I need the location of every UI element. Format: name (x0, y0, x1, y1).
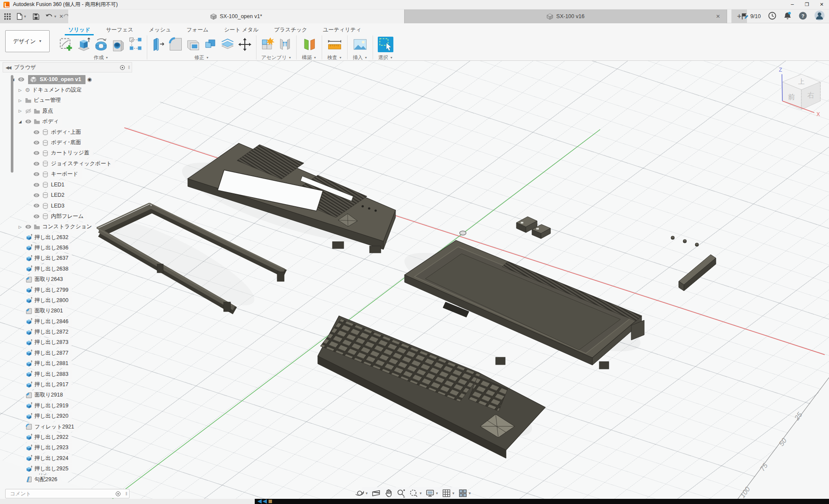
timeline-feature-row[interactable]: 押し出し2881 (3, 359, 132, 369)
shell-icon[interactable] (184, 35, 202, 54)
comment-grip[interactable]: ‖ (125, 491, 127, 496)
pan-icon[interactable] (383, 488, 394, 498)
tree-node-view-management[interactable]: ▷ ビュー管理 (3, 95, 132, 106)
construction-plane-icon[interactable] (299, 35, 319, 54)
timeline-feature-row[interactable]: 押し出し2877 (3, 348, 132, 358)
group-label-create[interactable]: 作成▼ (94, 54, 108, 60)
tree-body-row[interactable]: ボディ･底面 (3, 137, 132, 148)
timeline-feature-row[interactable]: 押し出し2917 (3, 379, 132, 390)
visibility-eye-icon[interactable] (33, 192, 40, 198)
file-new-icon[interactable]: ▼ (17, 13, 27, 20)
timeline-feature-row[interactable]: 押し出し2637 (3, 253, 132, 264)
pattern-icon[interactable] (127, 35, 144, 54)
ribbon-tab[interactable]: フォーム (179, 25, 216, 35)
visibility-eye-icon[interactable] (18, 76, 25, 83)
tree-node-origin[interactable]: ▷ 原点 (3, 106, 132, 116)
move-icon[interactable] (236, 35, 253, 54)
timeline-strip[interactable] (0, 499, 255, 504)
new-component-icon[interactable] (259, 35, 276, 54)
view-cube[interactable]: 上 前 右 Z X (769, 64, 829, 121)
timeline-feature-row[interactable]: 押し出し2846 (3, 316, 132, 327)
close-button[interactable]: ✕ (814, 0, 829, 9)
group-label-inspect[interactable]: 検査▼ (327, 54, 342, 60)
timeline-feature-row[interactable]: 押し出し2800 (3, 295, 132, 306)
expand-icon[interactable]: ▷ (16, 225, 24, 229)
group-label-construct[interactable]: 構築▼ (302, 54, 316, 60)
avatar[interactable] (814, 10, 825, 22)
document-tab-active[interactable]: SX-100_open v1* ✕ (68, 9, 404, 23)
expand-icon[interactable]: ▷ (16, 88, 24, 92)
tree-body-row[interactable]: LED2 (3, 190, 132, 200)
grid-settings-icon[interactable]: ▼ (441, 488, 456, 498)
activate-component-radio[interactable]: ◉ (85, 75, 93, 84)
undo-icon[interactable]: ▼ (45, 13, 57, 19)
expand-icon[interactable]: ▷ (16, 109, 24, 113)
visibility-eye-off-icon[interactable] (25, 108, 32, 114)
timeline-feature-row[interactable]: 押し出し2873 (3, 337, 132, 348)
tree-body-row[interactable]: LED3 (3, 201, 132, 211)
fillet-icon[interactable] (167, 35, 184, 54)
timeline-feature-row[interactable]: 押し出し2924 (3, 453, 132, 463)
save-icon[interactable] (33, 13, 39, 20)
ribbon-tab[interactable]: シート メタル (216, 25, 266, 35)
group-label-modify[interactable]: 修正▼ (194, 54, 209, 60)
joint-icon[interactable] (276, 35, 294, 54)
notifications-bell-icon[interactable] (784, 12, 791, 22)
timeline-feature-row[interactable]: 押し出し2872 (3, 327, 132, 337)
timeline-feature-row[interactable]: 押し出し2922 (3, 432, 132, 442)
app-grid-icon[interactable] (4, 13, 11, 20)
viewports-icon[interactable]: ▼ (457, 488, 472, 498)
tree-body-row[interactable]: 内部フレーム (3, 211, 132, 221)
visibility-eye-icon[interactable] (33, 129, 40, 135)
document-tab-inactive[interactable]: SX-100 v16 ✕ (404, 9, 727, 23)
display-settings-icon[interactable]: ▼ (424, 488, 440, 498)
browser-header[interactable]: ◀◀ ブラウザ ‖ (3, 62, 132, 72)
timeline-feature-row[interactable]: 押し出し2920 (3, 411, 132, 422)
timeline-feature-row[interactable]: 面取り2801 (3, 306, 132, 316)
tree-body-row[interactable]: カートリッジ蓋 (3, 148, 132, 158)
help-icon[interactable]: ? (799, 12, 807, 22)
timeline-feature-row[interactable]: フィレット2921 (3, 422, 132, 432)
group-label-insert[interactable]: 挿入▼ (353, 54, 367, 60)
minimize-button[interactable]: ─ (785, 0, 800, 9)
browser-scrollbar[interactable] (11, 75, 13, 173)
clock-icon[interactable] (768, 12, 776, 22)
press-pull-icon[interactable] (150, 35, 167, 54)
maximize-button[interactable]: ❐ (800, 0, 814, 9)
tab-close-icon[interactable]: ✕ (715, 13, 721, 20)
collapse-panel-icon[interactable]: ◀◀ (6, 65, 10, 70)
orbit-icon[interactable]: ▼ (354, 488, 369, 498)
root-component[interactable]: SX-100_open v1 (28, 75, 85, 84)
timeline-feature-row[interactable]: 押し出し2636 (3, 243, 132, 253)
tree-body-row[interactable]: ボディ･上面 (3, 127, 132, 137)
visibility-eye-icon[interactable] (25, 224, 32, 230)
visibility-eye-icon[interactable] (33, 171, 40, 177)
panel-options-icon[interactable] (120, 65, 125, 70)
timeline-playhead[interactable] (257, 499, 276, 504)
tab-close-icon[interactable]: ✕ (58, 13, 65, 20)
visibility-eye-icon[interactable] (33, 182, 40, 188)
tree-node-construction[interactable]: ▷ コンストラクション (3, 221, 132, 232)
add-comment-icon[interactable] (116, 491, 120, 496)
group-label-assemble[interactable]: アセンブリ▼ (261, 54, 291, 60)
revolve-icon[interactable] (92, 35, 110, 54)
extrude-icon[interactable] (75, 35, 92, 54)
timeline-feature-row[interactable]: 押し出し2638 (3, 264, 132, 274)
split-icon[interactable] (219, 35, 236, 54)
tree-body-row[interactable]: ジョイスティックポート (3, 158, 132, 169)
group-label-select[interactable]: 選択▼ (378, 54, 393, 60)
ribbon-tab[interactable]: ソリッド (60, 25, 98, 35)
workspace-selector[interactable]: デザイン▼ (5, 30, 50, 52)
ribbon-tab[interactable]: メッシュ (141, 25, 179, 35)
visibility-eye-icon[interactable] (33, 161, 40, 167)
combine-icon[interactable] (202, 35, 219, 54)
visibility-eye-icon[interactable] (33, 139, 40, 146)
timeline-feature-row[interactable]: 押し出し2632 (3, 232, 132, 243)
tree-body-row[interactable]: LED1 (3, 180, 132, 190)
look-at-icon[interactable] (370, 488, 382, 498)
tree-node-document-settings[interactable]: ▷ ⚙ ドキュメントの設定 (3, 85, 132, 95)
timeline-feature-row[interactable]: 押し出し2923 (3, 443, 132, 453)
ribbon-tab[interactable]: プラスチック (266, 25, 315, 35)
create-sketch-icon[interactable] (58, 35, 75, 54)
hole-icon[interactable] (110, 35, 127, 54)
